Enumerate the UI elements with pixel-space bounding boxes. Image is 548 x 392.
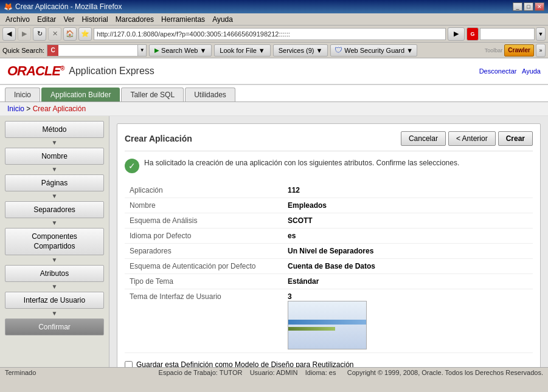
sidebar-paginas[interactable]: Páginas (5, 174, 104, 191)
checkbox-row: Guardar esta Definición como Modelo de D… (125, 360, 533, 367)
sidebar-atributos[interactable]: Atributos (5, 265, 104, 282)
table-row: Tema de Interfaz de Usuario 3 (125, 289, 533, 353)
sidebar-arrow-6: ▼ (5, 283, 104, 291)
tab-taller-sql-label: Taller de SQL (130, 91, 175, 99)
menu-editar[interactable]: Editar (34, 15, 59, 24)
search-submit[interactable]: ▼ (536, 27, 546, 41)
home-button[interactable]: 🏠 (63, 27, 77, 41)
tab-taller-sql[interactable]: Taller de SQL (121, 88, 184, 101)
oracle-logo: ORACLE® Application Express (7, 63, 154, 79)
services-dropdown[interactable]: ▼ (316, 47, 322, 54)
forward-button[interactable]: ▶ (18, 27, 31, 41)
sidebar-nombre[interactable]: Nombre (5, 148, 104, 165)
toolbar: Quick Search: C ▼ ▶ Search Web ▼ Look fo… (0, 43, 548, 58)
oracle-text: ORACLE® (7, 63, 64, 79)
search-web-button[interactable]: ▶ Search Web ▼ (149, 44, 212, 57)
go-button[interactable]: ▶ (448, 27, 465, 41)
sidebar-separadores[interactable]: Separadores (5, 201, 104, 218)
workspace-text: Espacio de Trabajo: TUTOR Usuario: ADMIN… (159, 369, 543, 376)
save-definition-checkbox[interactable] (125, 361, 133, 368)
toolbar-more-button[interactable]: » (536, 44, 546, 57)
search-box: G ▼ (466, 27, 546, 41)
field-idioma-label: Idioma por Defecto (125, 229, 283, 244)
search-web-dropdown[interactable]: ▼ (199, 47, 206, 54)
quick-search-icon[interactable]: C (47, 45, 58, 56)
header-buttons: Cancelar < Anterior Crear (401, 131, 533, 146)
help-link[interactable]: Ayuda (522, 67, 541, 75)
sidebar-arrow-1: ▼ (5, 139, 104, 146)
breadcrumb-current: Crear Aplicación (33, 105, 86, 113)
field-aplicacion-value: 112 (283, 183, 533, 198)
security-guard-dropdown[interactable]: ▼ (406, 47, 413, 54)
sidebar-arrow-3: ▼ (5, 193, 104, 200)
menu-ver[interactable]: Ver (60, 15, 77, 24)
crawler-button[interactable]: Crawler (504, 44, 534, 57)
quick-search-dropdown[interactable]: ▼ (137, 45, 146, 56)
window-titlebar: 🦊 Crear Aplicación - Mozilla Firefox _ □… (0, 0, 548, 13)
window-controls[interactable]: _ □ ✕ (513, 2, 544, 11)
content-box: Crear Aplicación Cancelar < Anterior Cre… (117, 123, 541, 367)
menu-historial[interactable]: Historial (78, 15, 111, 24)
tab-inicio[interactable]: Inicio (5, 88, 40, 101)
main-area: Método ▼ Nombre ▼ Páginas ▼ Separadores … (0, 116, 548, 367)
back-button[interactable]: ◀ (2, 27, 16, 41)
tab-utilidades[interactable]: Utilidades (185, 88, 235, 101)
disconnect-link[interactable]: Desconectar (479, 67, 517, 75)
look-for-file-dropdown[interactable]: ▼ (258, 47, 265, 54)
sidebar-separadores-label: Separadores (33, 205, 75, 214)
security-guard-button[interactable]: 🛡 Web Security Guard ▼ (330, 44, 417, 57)
sidebar-atributos-label: Atributos (40, 269, 69, 278)
sidebar-interfaz[interactable]: Interfaz de Usuario (5, 292, 104, 309)
breadcrumb-inicio[interactable]: Inicio (7, 105, 24, 113)
field-tema-value: 3 (283, 289, 533, 353)
field-tipo-tema-value: Estándar (283, 274, 533, 289)
minimize-button[interactable]: _ (513, 2, 522, 11)
content-title: Crear Aplicación (125, 134, 192, 143)
field-esquema-label: Esquema de Análisis (125, 213, 283, 229)
crawler-toolbar-label: Toolbar (485, 47, 503, 53)
quick-search-input[interactable] (58, 45, 137, 56)
status-text: Terminado (5, 369, 36, 376)
maximize-button[interactable]: □ (524, 2, 533, 11)
breadcrumb: Inicio > Crear Aplicación (0, 102, 548, 116)
status-bar: Terminado Espacio de Trabajo: TUTOR Usua… (0, 367, 548, 377)
menu-archivo[interactable]: Archivo (2, 15, 33, 24)
search-engine-icon[interactable]: G (466, 27, 479, 41)
reload-button[interactable]: ↻ (33, 27, 46, 41)
sidebar-metodo[interactable]: Método (5, 121, 104, 138)
tab-application-builder[interactable]: Application Builder (41, 88, 120, 101)
sidebar-nombre-label: Nombre (41, 152, 68, 160)
create-button[interactable]: Crear (498, 131, 533, 146)
menu-ayuda[interactable]: Ayuda (209, 15, 236, 24)
apex-title: Application Express (69, 66, 154, 77)
sidebar-arrow-7: ▼ (5, 310, 104, 317)
navbar: ◀ ▶ ↻ ✕ 🏠 ⭐ http://127.0.0.1:8080/apex/f… (0, 26, 548, 43)
menu-herramientas[interactable]: Herramientas (158, 15, 208, 24)
address-bar[interactable]: http://127.0.0.1:8080/apex/f?p=4000:3005… (94, 28, 446, 40)
sidebar-metodo-label: Método (42, 125, 66, 134)
table-row: Idioma por Defecto es (125, 229, 533, 244)
field-aplicacion-label: Aplicación (125, 183, 283, 198)
theme-bar-1 (288, 320, 366, 325)
previous-button[interactable]: < Anterior (448, 131, 496, 146)
stop-button[interactable]: ✕ (48, 27, 61, 41)
table-row: Nombre Empleados (125, 198, 533, 213)
cancel-button[interactable]: Cancelar (401, 131, 446, 146)
sidebar-confirmar[interactable]: Confirmar (5, 318, 104, 335)
search-input[interactable] (480, 28, 535, 40)
confirm-text: Ha solicitado la creación de una aplicac… (144, 159, 459, 167)
tab-inicio-label: Inicio (14, 91, 31, 99)
content-area: Crear Aplicación Cancelar < Anterior Cre… (109, 116, 548, 367)
confirm-message: ✓ Ha solicitado la creación de una aplic… (125, 159, 533, 173)
crawler-area: Toolbar Crawler » (485, 44, 546, 57)
look-for-file-button[interactable]: Look for File ▼ (214, 44, 270, 57)
bookmark-button[interactable]: ⭐ (78, 27, 92, 41)
field-nombre-label: Nombre (125, 198, 283, 213)
services-button[interactable]: Services (9) ▼ (273, 44, 328, 57)
close-button[interactable]: ✕ (535, 2, 544, 11)
firefox-icon: 🦊 (4, 2, 13, 11)
field-separadores-label: Separadores (125, 244, 283, 259)
menu-marcadores[interactable]: Marcadores (113, 15, 157, 24)
table-row: Aplicación 112 (125, 183, 533, 198)
sidebar-componentes[interactable]: ComponentesCompartidos (5, 228, 104, 255)
